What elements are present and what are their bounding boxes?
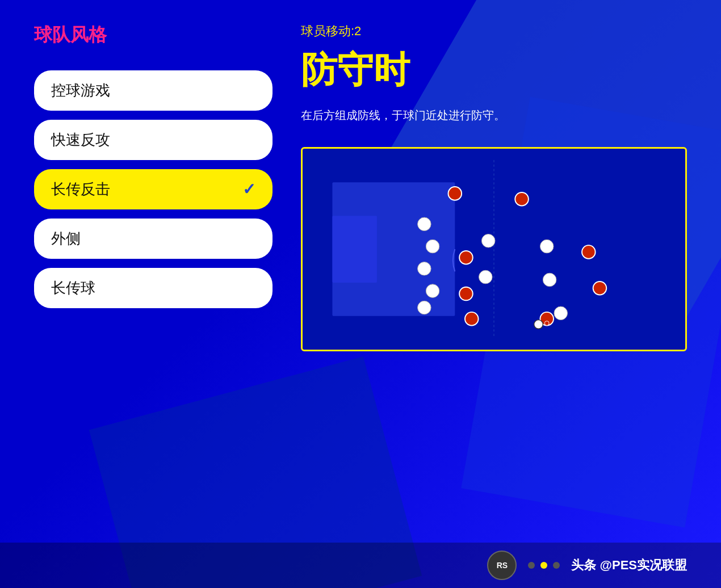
rs-label: RS (497, 561, 508, 570)
menu-item-label: 长传反击 (51, 179, 110, 199)
svg-point-8 (582, 245, 596, 259)
svg-point-14 (418, 262, 431, 276)
svg-point-18 (479, 270, 493, 284)
svg-point-9 (593, 282, 607, 295)
dot-3 (553, 562, 560, 569)
section-title: 球队风格 (34, 23, 273, 48)
svg-point-19 (540, 240, 554, 253)
field-svg (314, 160, 674, 338)
svg-point-7 (459, 287, 473, 301)
svg-point-10 (465, 312, 479, 326)
svg-point-23 (544, 321, 549, 326)
svg-point-5 (515, 192, 529, 206)
menu-list: 控球游戏快速反攻长传反击✓外侧长传球 (34, 70, 273, 308)
svg-point-4 (448, 187, 462, 200)
field-diagram (301, 147, 687, 351)
right-panel: 球员移动:2 防守时 在后方组成防线，于球门近处进行防守。 (301, 23, 687, 351)
menu-item-label: 控球游戏 (51, 81, 110, 100)
svg-point-13 (426, 240, 439, 253)
dots-indicator (528, 562, 560, 569)
menu-item-long-counter[interactable]: 长传反击✓ (34, 169, 273, 209)
player-move-label: 球员移动:2 (301, 23, 687, 40)
svg-point-16 (418, 301, 431, 314)
svg-point-6 (459, 251, 473, 264)
menu-item-label: 快速反攻 (51, 130, 110, 150)
check-icon: ✓ (242, 180, 255, 199)
rs-button[interactable]: RS (487, 551, 517, 580)
svg-point-21 (554, 306, 568, 320)
defense-title: 防守时 (301, 45, 687, 95)
svg-rect-2 (332, 216, 377, 283)
menu-item-long-ball[interactable]: 长传球 (34, 268, 273, 308)
menu-item-counter[interactable]: 快速反攻 (34, 120, 273, 160)
bottom-bar: RS 头条 @PES实况联盟 (0, 543, 721, 588)
menu-item-label: 长传球 (51, 278, 95, 298)
svg-point-22 (534, 320, 543, 329)
menu-item-possession[interactable]: 控球游戏 (34, 70, 273, 111)
svg-point-15 (426, 284, 439, 298)
svg-point-12 (418, 217, 431, 231)
watermark: 头条 @PES实况联盟 (571, 557, 687, 574)
dot-1 (528, 562, 535, 569)
left-panel: 球队风格 控球游戏快速反攻长传反击✓外侧长传球 (34, 23, 273, 308)
menu-item-label: 外侧 (51, 229, 81, 249)
menu-item-wide[interactable]: 外侧 (34, 219, 273, 259)
defense-desc: 在后方组成防线，于球门近处进行防守。 (301, 106, 687, 124)
svg-point-20 (543, 273, 556, 287)
svg-point-17 (481, 234, 495, 248)
dot-2 (540, 562, 547, 569)
